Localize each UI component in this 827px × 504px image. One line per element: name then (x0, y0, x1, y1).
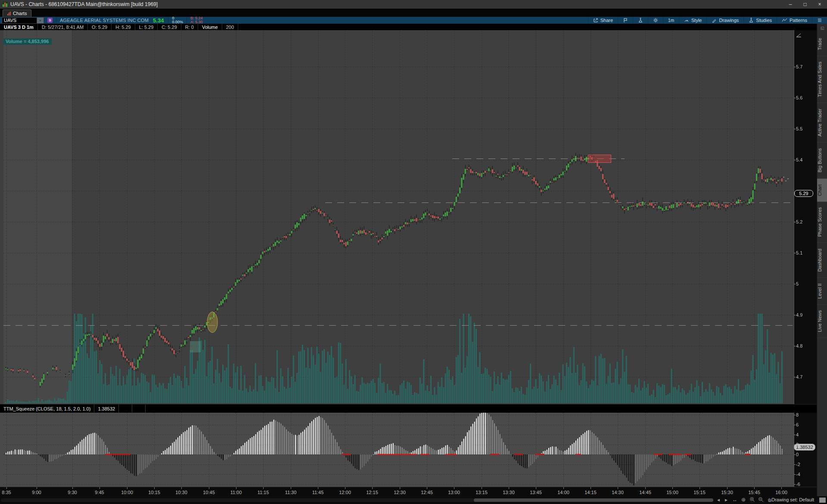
time-axis[interactable]: 8:359:009:309:4510:0010:1510:3010:4511:0… (0, 487, 817, 497)
link-badge-icon[interactable]: 9 (47, 18, 53, 23)
patterns-button[interactable]: Patterns (777, 17, 812, 24)
time-tick-mark (563, 487, 564, 489)
time-tick-label: 12:30 (390, 490, 409, 495)
bar-open: O: 5.29 (88, 24, 112, 30)
pan-left-icon[interactable]: ◄ (715, 497, 722, 503)
time-tick-label: 11:45 (308, 490, 327, 495)
chart-menu-button[interactable] (812, 17, 827, 24)
squeeze-study-label[interactable]: TTM_Squeeze (CLOSE, 18, 1.5, 2.0, 1.0) (0, 404, 94, 413)
bid-ask-block: B: 5.24 A: 5.30 (187, 17, 206, 24)
chart-scrollbar-thumb[interactable] (474, 498, 713, 502)
close-button[interactable]: × (812, 0, 827, 9)
crosshair-icon[interactable]: ⊕ (740, 497, 747, 503)
symbol-dropdown-button[interactable]: ▼ (37, 17, 44, 24)
sidebar-tab-active-trader[interactable]: Active Trader (817, 103, 827, 143)
time-tick-mark (372, 487, 373, 489)
price-tick-label: 5.5 (796, 126, 802, 132)
price-tick-label: 5.7 (796, 64, 802, 70)
restore-button[interactable]: □ (798, 0, 812, 9)
time-tick-label: 8:35 (0, 490, 16, 495)
change-block: 0 0.00% (168, 17, 187, 24)
timeframe-button[interactable]: 1m (663, 17, 679, 24)
sidebar-tab-big-buttons[interactable]: Big Buttons (817, 143, 827, 178)
price-tick-label: 5.1 (796, 250, 802, 256)
time-tick-label: 13:30 (499, 490, 518, 495)
sidebar-tab-phase-scores[interactable]: Phase Scores (817, 202, 827, 243)
bar-chart-icon (7, 12, 11, 16)
time-tick-mark (37, 487, 37, 489)
minimize-button[interactable]: – (783, 0, 798, 9)
time-tick-mark (509, 487, 509, 489)
time-tick-label: 16:00 (772, 490, 791, 495)
time-tick-label: 9:00 (27, 490, 46, 495)
status-bar: ◄ ► ↔ ⊕ Drawing set: Default (0, 496, 827, 504)
squeeze-chart-canvas[interactable] (0, 413, 817, 487)
squeeze-mini-cell[interactable] (132, 404, 146, 413)
tab-charts-label: Charts (13, 11, 27, 16)
price-tick-label: 4.8 (796, 343, 802, 349)
sidebar-tab-dashboard[interactable]: Dashboard (817, 243, 827, 278)
volume-value: 200 (222, 24, 238, 30)
time-tick-label: 14:30 (608, 490, 627, 495)
squeeze-mini-cell[interactable] (119, 404, 132, 413)
quick-study-button[interactable] (633, 17, 648, 24)
time-tick-mark (236, 487, 236, 489)
sidebar-tab-times-and-sales[interactable]: Times And Sales (817, 56, 827, 103)
window-title: UAVS - Charts - 686109427TDA Main@thinko… (10, 1, 158, 7)
time-tick-label: 14:15 (581, 490, 600, 495)
time-tick-mark (591, 487, 591, 489)
share-icon (593, 18, 598, 23)
volume-study-label[interactable]: Volume = 4,853,996 (3, 38, 52, 45)
time-tick-label: 10:00 (118, 490, 137, 495)
drawing-set-label[interactable]: Drawing set: Default (771, 497, 814, 502)
time-tick-label: 14:45 (636, 490, 655, 495)
time-tick-mark (427, 487, 427, 489)
bar-close: C: 5.29 (158, 24, 181, 30)
time-tick-label: 15:45 (745, 490, 764, 495)
zoom-out-icon[interactable] (757, 497, 764, 504)
time-tick-label: 12:00 (336, 490, 354, 495)
time-tick-mark (72, 487, 73, 489)
sidebar-tab-level-ii[interactable]: Level II (817, 278, 827, 305)
sidebar-tab-chart[interactable]: Chart (817, 179, 827, 202)
time-tick-mark (781, 487, 782, 489)
price-tick-label: 4.9 (796, 312, 802, 318)
time-tick-label: 13:45 (526, 490, 545, 495)
price-tick-label: 5 (796, 281, 799, 287)
toolbar-right-group: Share 1m Style Drawings Studies Patterns (588, 17, 827, 24)
pan-right-icon[interactable]: ► (723, 497, 730, 503)
fit-width-icon[interactable]: ↔ (731, 497, 738, 503)
flask-icon (638, 18, 643, 23)
time-tick-mark (154, 487, 155, 489)
bar-datetime: D: 5/27/21, 8:41 AM (38, 24, 88, 30)
share-button[interactable]: Share (588, 17, 618, 24)
sidebar-pin-icon[interactable]: ◱ (821, 24, 824, 32)
chart-scrollbar[interactable] (1, 498, 712, 502)
chart-symbol-timeframe[interactable]: UAVS 3 D 1m (0, 24, 38, 30)
timeframe-label: 1m (668, 18, 674, 23)
price-tick-label: 4.7 (796, 374, 802, 380)
report-flag-button[interactable] (618, 17, 633, 24)
sidebar-tab-trade[interactable]: Trade (817, 32, 827, 56)
main-chart-canvas[interactable] (0, 30, 817, 404)
time-tick-label: 12:15 (363, 490, 382, 495)
symbol-input[interactable]: UAVS (2, 17, 37, 24)
app-logo-icon (2, 2, 8, 7)
style-button[interactable]: Style (679, 17, 706, 24)
time-tick-label: 10:30 (172, 490, 191, 495)
zigzag-icon (782, 18, 787, 23)
studies-button[interactable]: Studies (743, 17, 777, 24)
sidebar-tab-live-news[interactable]: Live News (817, 305, 827, 338)
settings-button[interactable] (648, 17, 663, 24)
squeeze-tick-label: 0 (796, 451, 799, 457)
tab-charts[interactable]: Charts (3, 9, 31, 17)
time-tick-mark (400, 487, 400, 489)
time-tick-mark (99, 487, 100, 489)
resize-grip[interactable] (819, 498, 826, 503)
drawings-button[interactable]: Drawings (706, 17, 743, 24)
axis-scale-tool-icon[interactable] (796, 32, 802, 40)
beaker-icon (749, 18, 754, 23)
time-tick-mark (181, 487, 182, 489)
zoom-in-icon[interactable] (749, 497, 755, 504)
time-tick-label: 14:00 (554, 490, 573, 495)
